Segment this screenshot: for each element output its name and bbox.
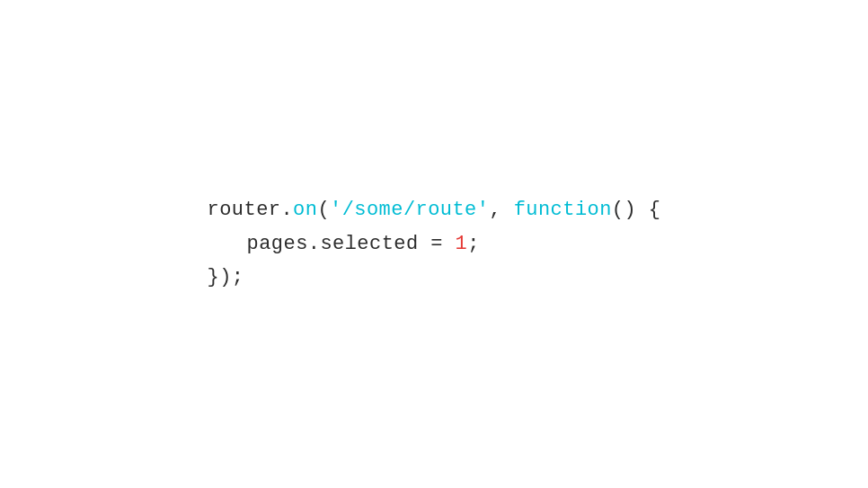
token-selected: selected (320, 227, 418, 261)
token-on: on (293, 193, 317, 226)
code-block: router.on('/some/route', function() { pa… (208, 193, 661, 294)
token-comma: , (489, 193, 513, 226)
token-close: }); (208, 261, 244, 294)
token-router: router (208, 193, 281, 226)
token-paren-args: () (612, 193, 636, 226)
token-dot1: . (280, 193, 293, 226)
code-line-2: pages.selected = 1; (208, 227, 661, 261)
code-line-1: router.on('/some/route', function() { (208, 193, 661, 226)
token-function: function (514, 193, 612, 226)
token-route: '/some/route' (330, 193, 489, 226)
token-eq: = (419, 227, 456, 261)
token-number: 1 (456, 227, 468, 261)
token-pages: pages (247, 227, 308, 261)
token-dot2: . (308, 227, 321, 261)
token-space-brace: { (636, 193, 660, 226)
token-paren-open: ( (317, 193, 330, 226)
token-indent (208, 227, 247, 261)
token-semicolon: ; (467, 227, 480, 261)
code-line-3: }); (208, 261, 661, 294)
